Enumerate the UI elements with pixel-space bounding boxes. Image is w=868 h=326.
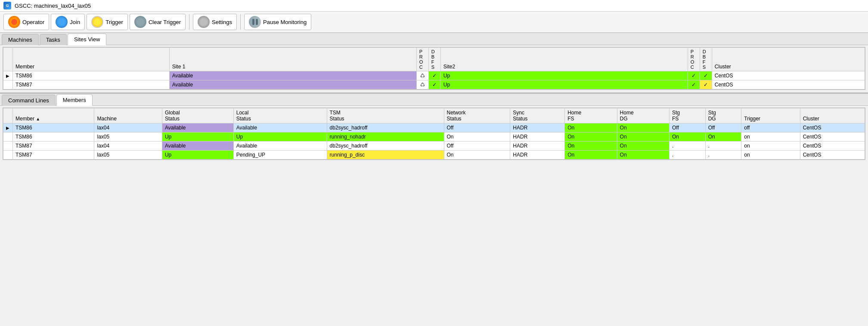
tab-machines[interactable]: Machines <box>2 34 39 45</box>
trigger-label: Trigger <box>105 19 123 25</box>
cluster-cell: CentOS <box>800 141 865 151</box>
row-arrow: ▶ <box>3 71 13 80</box>
operator-label: Operator <box>22 19 44 25</box>
app-icon: G <box>3 2 11 9</box>
tsm-status-cell: running_p_disc <box>327 151 444 160</box>
trigger-cell: on <box>741 151 800 160</box>
col-m-trigger: Trigger <box>741 108 800 123</box>
members-table-header: Member ▲ Machine GlobalStatus LocalStatu… <box>3 108 865 123</box>
col-m-machine: Machine <box>94 108 162 123</box>
stg-fs-cell: . <box>669 151 705 160</box>
col-m-global-status: GlobalStatus <box>162 108 233 123</box>
row-arrow <box>3 151 13 160</box>
network-status-cell: On <box>444 132 510 141</box>
sites-table-header: Member Site 1 P R O C D B F S Site2 P R … <box>3 48 865 71</box>
stg-dg-cell: . <box>705 141 741 151</box>
col-dbfs1: D B F S <box>428 48 440 71</box>
pause-monitoring-button[interactable]: Pause Monitoring <box>244 14 311 30</box>
proc1-cell: ♺ <box>416 71 428 80</box>
members-table-row: TSM87 lax04 Available Available db2sysc_… <box>3 141 865 151</box>
cluster-cell: CentOS <box>712 71 865 80</box>
col-proc2: P R O C <box>688 48 700 71</box>
col-m-stg-dg: StgDG <box>705 108 741 123</box>
settings-button[interactable]: Settings <box>193 14 237 30</box>
global-status-cell: Available <box>162 141 233 151</box>
col-m-home-fs: HomeFS <box>565 108 617 123</box>
stg-fs-cell: . <box>669 141 705 151</box>
cluster-cell: CentOS <box>800 132 865 141</box>
tab-sites-view[interactable]: Sites View <box>68 34 106 45</box>
stg-dg-cell: On <box>705 132 741 141</box>
col-m-local-status: LocalStatus <box>233 108 327 123</box>
stg-dg-cell: Off <box>705 123 741 132</box>
join-icon <box>56 16 68 28</box>
site1-cell: Available <box>169 80 416 89</box>
trigger-cell: on <box>741 141 800 151</box>
sync-status-cell: HADR <box>510 132 565 141</box>
trigger-icon <box>91 16 103 28</box>
home-dg-cell: On <box>617 151 669 160</box>
clear-trigger-button[interactable]: Clear Trigger <box>130 14 186 30</box>
site2-cell: Up <box>440 71 688 80</box>
local-status-cell: Up <box>233 132 327 141</box>
home-dg-cell: On <box>617 141 669 151</box>
trigger-cell: on <box>741 132 800 141</box>
main-tabs: Machines Tasks Sites View <box>0 33 868 45</box>
tab-tasks[interactable]: Tasks <box>40 34 67 45</box>
stg-fs-cell: On <box>669 132 705 141</box>
members-table: Member ▲ Machine GlobalStatus LocalStatu… <box>3 108 865 160</box>
operator-icon <box>8 16 20 28</box>
row-arrow <box>3 80 13 89</box>
col-m-member: Member ▲ <box>13 108 94 123</box>
row-arrow <box>3 141 13 151</box>
member-cell: TSM87 <box>13 151 94 160</box>
local-status-cell: Pending_UP <box>233 151 327 160</box>
operator-button[interactable]: Operator <box>3 14 49 30</box>
machine-cell: lax04 <box>94 123 162 132</box>
col-m-sync-status: SyncStatus <box>510 108 565 123</box>
network-status-cell: On <box>444 151 510 160</box>
col-site2: Site2 <box>440 48 688 71</box>
global-status-cell: Up <box>162 151 233 160</box>
col-m-tsm-status: TSMStatus <box>327 108 444 123</box>
window-title: GSCC: machines_lax04_lax05 <box>15 3 91 9</box>
col-m-arrow <box>3 108 13 123</box>
sites-table-row: TSM87 Available ♺ ✓ Up ✓ ✓ CentOS <box>3 80 865 89</box>
tab-members[interactable]: Members <box>56 94 93 106</box>
col-m-cluster: Cluster <box>800 108 865 123</box>
toolbar-separator <box>189 14 189 30</box>
machine-cell: lax05 <box>94 151 162 160</box>
local-status-cell: Available <box>233 123 327 132</box>
sites-table: Member Site 1 P R O C D B F S Site2 P R … <box>3 47 865 89</box>
home-fs-cell: On <box>565 132 617 141</box>
members-table-row: ▶ TSM86 lax04 Available Available db2sys… <box>3 123 865 132</box>
dbfs2-cell: ✓ <box>700 80 712 89</box>
settings-icon <box>198 16 210 28</box>
tsm-status-cell: running_nohadr <box>327 132 444 141</box>
site1-cell: Available <box>169 71 416 80</box>
trigger-button[interactable]: Trigger <box>87 14 128 30</box>
col-site1: Site 1 <box>169 48 416 71</box>
col-cluster: Cluster <box>712 48 865 71</box>
settings-label: Settings <box>212 19 232 25</box>
cluster-cell: CentOS <box>800 151 865 160</box>
trigger-cell: off <box>741 123 800 132</box>
network-status-cell: Off <box>444 123 510 132</box>
proc1-cell: ♺ <box>416 80 428 89</box>
toolbar: Operator Join Trigger Clear Trigger Sett… <box>0 12 868 33</box>
member-cell: TSM87 <box>13 80 170 89</box>
col-arrow <box>3 48 13 71</box>
pause-icon <box>249 16 261 28</box>
home-fs-cell: On <box>565 141 617 151</box>
site2-cell: Up <box>440 80 688 89</box>
tsm-status-cell: db2sysc_hadroff <box>327 141 444 151</box>
join-button[interactable]: Join <box>51 14 85 30</box>
col-dbfs2: D B F S <box>700 48 712 71</box>
cluster-cell: CentOS <box>800 123 865 132</box>
member-cell: TSM86 <box>13 123 94 132</box>
home-dg-cell: On <box>617 123 669 132</box>
tab-command-lines[interactable]: Command Lines <box>2 95 56 106</box>
sites-table-row: ▶ TSM86 Available ♺ ✓ Up ✓ ✓ CentOS <box>3 71 865 80</box>
members-table-row: TSM87 lax05 Up Pending_UP running_p_disc… <box>3 151 865 160</box>
row-arrow <box>3 132 13 141</box>
